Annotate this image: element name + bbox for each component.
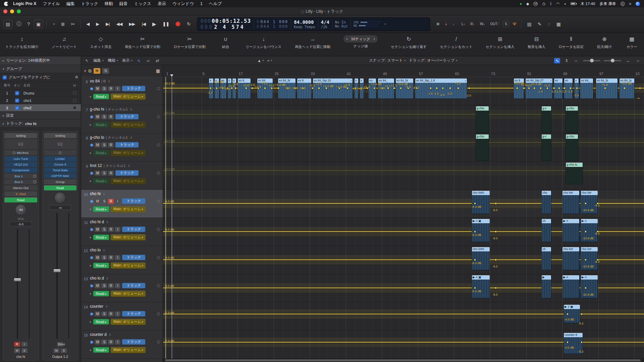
arrange-lane-cho-lo[interactable]: cho lo#0chcho lo#cho lo#-9.0 dB-8.0 dB-9… xyxy=(163,246,644,274)
catch-playhead-icon[interactable]: ↖ xyxy=(84,58,90,63)
plugin-slot[interactable]: Tonal Bala xyxy=(44,168,77,173)
track-header[interactable]: 13cho lo d⇕◉MSRIトラック▸Read ▾Main: ボリューム ▾ xyxy=(81,274,163,302)
automation-point[interactable] xyxy=(540,87,541,89)
search-icon[interactable]: Q xyxy=(621,2,625,6)
eq-display[interactable]: EQ xyxy=(4,139,37,149)
track-r-button[interactable]: R xyxy=(108,311,114,316)
lcd-display[interactable]: 00000:05:12.53 0002 4 574 0044 1 000 004… xyxy=(197,17,430,31)
list-editors-icon[interactable]: ▤ xyxy=(525,20,533,28)
screen-recording-icon[interactable]: ● xyxy=(520,2,522,6)
play-from-selection-button[interactable]: ▶| xyxy=(103,20,112,28)
menubar-clock[interactable]: 木 17:40 xyxy=(581,1,595,6)
plugin-slot[interactable]: Limiter xyxy=(44,156,77,161)
track-button[interactable]: トラック xyxy=(122,198,145,204)
automation-disclosure-icon[interactable]: ▸ xyxy=(90,292,92,295)
arrange-lane-cho-hi[interactable]: cho hi#0chocho hi#cho hi#-9.0 dB-8.0 dB-… xyxy=(163,190,644,218)
automation-disclosure-icon[interactable]: ▸ xyxy=(90,207,92,211)
arrange-lane-g-cho-hi[interactable]: g-chog-cg-cho+0.0 dB xyxy=(163,105,644,133)
plugin-slot[interactable]: Auto-Tune xyxy=(4,156,37,161)
close-window-button[interactable] xyxy=(3,9,7,13)
output-slot[interactable]: Stereo Out xyxy=(4,185,37,190)
automation-point[interactable] xyxy=(474,231,476,232)
nudge-stepper[interactable]: ‹10ティック› xyxy=(343,35,377,43)
track-button[interactable]: トラック xyxy=(122,283,145,288)
track-s-button[interactable]: S xyxy=(101,114,107,119)
track-on-button[interactable]: ◉ xyxy=(90,283,93,288)
track-header[interactable]: 14counter⇕◉MSRIトラック▸Read ▾Main: ボリューム ▾ xyxy=(81,302,163,330)
toolbar-button[interactable]: ⊟無音を挿入 xyxy=(528,35,545,49)
automation-point[interactable] xyxy=(246,87,247,89)
pointer-tool-select[interactable]: ▲ ▾ xyxy=(257,59,264,63)
track-header[interactable]: 7g-cho hi| チャンネル1⇕◉MSRトラック▸Read ▾Main: ボ… xyxy=(81,105,163,133)
time-machine-icon[interactable]: ◷ xyxy=(542,2,545,6)
waveform-zoom-button[interactable]: ∿ xyxy=(554,58,560,63)
playhead[interactable] xyxy=(172,77,172,359)
track-s-button[interactable]: S xyxy=(101,227,107,232)
next-marker-button[interactable]: ▶ xyxy=(94,20,101,28)
track-button[interactable]: トラック xyxy=(115,170,139,176)
bluetooth-icon[interactable]: ᛒ xyxy=(550,2,552,6)
solo-mode-button[interactable]: S xyxy=(503,21,509,27)
library-toggle-icon[interactable]: ▤ xyxy=(3,20,12,28)
region[interactable]: ▶ A xyxy=(562,219,580,242)
midi-out-button[interactable]: OUT↑ xyxy=(489,21,501,27)
send-slot[interactable]: Bus 5 xyxy=(4,179,37,184)
inspector-toggle-icon[interactable]: ⓘ xyxy=(14,20,23,28)
automation-point[interactable] xyxy=(210,87,211,89)
automation-disclosure-icon[interactable]: ▸ xyxy=(90,320,92,323)
track-s-button[interactable]: S xyxy=(101,199,107,204)
region[interactable]: ▶ A ▣ xyxy=(472,275,490,298)
input-slot[interactable] xyxy=(44,150,77,155)
eq-display[interactable]: EQ xyxy=(44,139,77,149)
automation-point[interactable] xyxy=(400,87,401,89)
track-i-button[interactable]: I xyxy=(115,340,120,345)
group-row[interactable]: 1✓Drums xyxy=(0,89,81,97)
automation-point[interactable] xyxy=(576,87,578,89)
automation-point[interactable] xyxy=(567,313,568,315)
automation-mode-select[interactable]: Read ▾ xyxy=(93,319,109,324)
group-on-checkbox[interactable]: ✓ xyxy=(15,99,19,103)
region[interactable]: cho lo#0 xyxy=(472,247,490,270)
arrange-lane-g-cho-lo[interactable]: g-chog-cg-cho+0.0 dB xyxy=(163,133,644,162)
strip-i-button[interactable]: I xyxy=(21,342,28,347)
automation-read-button[interactable]: Read xyxy=(44,185,77,190)
minimize-window-button[interactable] xyxy=(10,9,14,13)
track-button[interactable]: トラック xyxy=(122,339,145,345)
strip-s-button[interactable]: S xyxy=(61,348,67,353)
group-active-checkbox[interactable]: ✓ xyxy=(3,75,7,79)
automation-point[interactable] xyxy=(264,87,266,89)
region[interactable]: vo 84_bi xyxy=(596,78,618,99)
region[interactable]: g-cho xyxy=(566,106,578,133)
automation-point[interactable] xyxy=(528,87,530,89)
track-s-button[interactable]: S xyxy=(101,171,107,176)
region[interactable]: g-c xyxy=(541,134,551,161)
automation-param-select[interactable]: Main: ボリューム ▾ xyxy=(111,234,146,240)
region[interactable]: cho hi#0 xyxy=(472,190,490,214)
track-m-button[interactable]: M xyxy=(95,142,100,147)
volume-fader[interactable] xyxy=(4,228,37,340)
volume-icon[interactable]: ◖ xyxy=(564,2,566,6)
automation-point[interactable] xyxy=(235,87,236,89)
menubar-user[interactable]: 多東 康孝 xyxy=(599,1,616,6)
automation-point[interactable] xyxy=(458,87,459,89)
automation-point[interactable] xyxy=(271,87,272,89)
region[interactable]: cho lo# xyxy=(562,247,580,270)
drag-select[interactable]: ドラッグ: オーバーラップ ▾ xyxy=(409,58,457,63)
automation-point[interactable] xyxy=(570,87,571,89)
midi-in-button[interactable]: IN↓ xyxy=(478,21,487,27)
region[interactable]: g-cho xyxy=(476,134,489,161)
arrange-menu-機能[interactable]: 機能▾ xyxy=(108,58,118,63)
automation-disclosure-icon[interactable]: ▸ xyxy=(90,348,92,352)
region[interactable]: g-cho xyxy=(566,134,578,161)
menubar-item[interactable]: ファイル xyxy=(43,1,60,7)
toolbar-button[interactable]: ↻セクションを繰り返す xyxy=(391,35,427,49)
automation-point[interactable] xyxy=(474,287,476,289)
automation-point[interactable] xyxy=(585,287,586,289)
track-r-button[interactable]: R xyxy=(108,340,114,345)
tuner-icon[interactable]: Ψ xyxy=(511,20,518,27)
menubar-item[interactable]: 録音 xyxy=(119,1,128,7)
toolbar-button[interactable]: ↕トラックを拡大/縮小 xyxy=(5,35,39,49)
track-s-button[interactable]: S xyxy=(101,142,107,147)
smart-controls-icon[interactable]: ◔ xyxy=(50,20,57,28)
region[interactable]: g-c xyxy=(541,106,551,133)
